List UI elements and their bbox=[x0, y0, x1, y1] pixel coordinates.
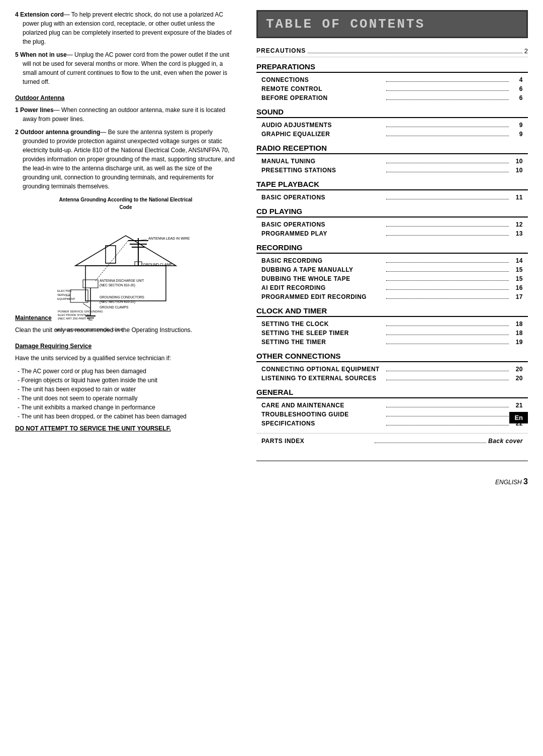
toc-section: CLOCK AND TIMERSETTING THE CLOCK18SETTIN… bbox=[256, 306, 528, 347]
toc-item-dots bbox=[386, 289, 509, 290]
toc-item-page: 9 bbox=[511, 131, 523, 138]
toc-item: BASIC OPERATIONS12 bbox=[256, 220, 528, 229]
outdoor-2-heading: Outdoor antenna grounding bbox=[20, 129, 100, 136]
toc-section: RECORDINGBASIC RECORDING14DUBBING A TAPE… bbox=[256, 243, 528, 301]
toc-item: CONNECTING OPTIONAL EQUIPMENT20 bbox=[256, 365, 528, 374]
page-number: 3 bbox=[523, 477, 528, 486]
toc-item-page: 20 bbox=[511, 375, 523, 382]
toc-item: SPECIFICATIONS22 bbox=[256, 419, 528, 428]
toc-item-label: REMOTE CONTROL bbox=[261, 85, 384, 92]
toc-item-dots bbox=[386, 335, 509, 335]
item-5-number: 5 bbox=[15, 51, 20, 58]
outdoor-1-heading: Power lines bbox=[20, 106, 54, 114]
toc-section-heading: OTHER CONNECTIONS bbox=[256, 352, 528, 362]
toc-item: TROUBLESHOOTING GUIDE21 bbox=[256, 410, 528, 419]
toc-item: PROGRAMMED EDIT RECORDING17 bbox=[256, 292, 528, 301]
toc-item-page: 15 bbox=[511, 275, 523, 282]
toc-item: DUBBING A TAPE MANUALLY15 bbox=[256, 265, 528, 274]
svg-text:POWER SERVICE GROUNDING: POWER SERVICE GROUNDING bbox=[58, 310, 103, 313]
toc-item: PROGRAMMED PLAY13 bbox=[256, 229, 528, 238]
toc-item-dots bbox=[386, 136, 509, 136]
toc-item-label: BASIC RECORDING bbox=[261, 257, 384, 264]
svg-rect-2 bbox=[106, 246, 116, 263]
list-item: The unit exhibits a marked change in per… bbox=[18, 403, 236, 412]
toc-item-label: PROGRAMMED EDIT RECORDING bbox=[261, 293, 384, 300]
toc-item-page: 15 bbox=[511, 266, 523, 273]
toc-item-label: LISTENING TO EXTERNAL SOURCES bbox=[261, 375, 384, 382]
toc-item-page: 12 bbox=[511, 221, 523, 228]
toc-item-dots bbox=[386, 99, 509, 100]
toc-item-dots bbox=[386, 271, 509, 272]
list-item: The unit has been exposed to rain or wat… bbox=[18, 385, 236, 394]
toc-item-label: SETTING THE SLEEP TIMER bbox=[261, 330, 384, 337]
toc-item-page: 21 bbox=[511, 402, 523, 409]
toc-item-dots bbox=[386, 199, 509, 199]
toc-section-heading: GENERAL bbox=[256, 388, 528, 398]
toc-item: GRAPHIC EQUALIZER9 bbox=[256, 130, 528, 139]
toc-item-label: BASIC OPERATIONS bbox=[261, 221, 384, 228]
precautions-label: PRECAUTIONS bbox=[256, 47, 306, 55]
toc-section: RADIO RECEPTIONMANUAL TUNING10PRESETTING… bbox=[256, 144, 528, 175]
toc-item: SETTING THE CLOCK18 bbox=[256, 319, 528, 329]
toc-item-dots bbox=[386, 407, 509, 407]
toc-item: SETTING THE TIMER19 bbox=[256, 338, 528, 347]
toc-section-heading: TAPE PLAYBACK bbox=[256, 180, 528, 190]
list-item: Foreign objects or liquid have gotten in… bbox=[18, 376, 236, 385]
svg-text:ELECTRODE SYSTEM: ELECTRODE SYSTEM bbox=[58, 313, 89, 316]
svg-text:(NEC SECTION 810-21): (NEC SECTION 810-21) bbox=[100, 300, 135, 304]
toc-section: CD PLAYINGBASIC OPERATIONS12PROGRAMMED P… bbox=[256, 207, 528, 238]
toc-item-dots bbox=[386, 172, 509, 172]
svg-text:GROUND CLAMPS: GROUND CLAMPS bbox=[100, 305, 129, 309]
toc-section-heading: RADIO RECEPTION bbox=[256, 144, 528, 154]
toc-item-dots bbox=[386, 163, 509, 163]
toc-section-heading: SOUND bbox=[256, 107, 528, 118]
toc-item-label: GRAPHIC EQUALIZER bbox=[261, 131, 384, 138]
toc-item-page: 19 bbox=[511, 339, 523, 346]
toc-item: REMOTE CONTROL6 bbox=[256, 84, 528, 93]
toc-item-page: 10 bbox=[511, 158, 523, 165]
outdoor-2-number: 2 bbox=[15, 129, 20, 136]
toc-title: TABLE OF CONTENTS bbox=[256, 10, 528, 38]
damage-heading: Damage Requiring Service bbox=[15, 342, 236, 351]
antenna-svg: ANTENNA LEAD IN WIRE GROUND CLAMP ANTENN… bbox=[55, 213, 196, 323]
toc-item-dots bbox=[386, 425, 509, 425]
item-4-heading: Extension cord bbox=[20, 11, 64, 18]
item-5: 5 When not in use— Unplug the AC power c… bbox=[15, 50, 236, 86]
toc-item-label: SETTING THE TIMER bbox=[261, 339, 384, 346]
parts-index-row: PARTS INDEX Back cover bbox=[256, 437, 528, 446]
toc-item-page: 13 bbox=[511, 230, 523, 237]
damage-warning: DO NOT ATTEMPT TO SERVICE THE UNIT YOURS… bbox=[15, 424, 236, 433]
toc-section: GENERALCARE AND MAINTENANCE21TROUBLESHOO… bbox=[256, 388, 528, 428]
toc-section-heading: RECORDING bbox=[256, 243, 528, 254]
outdoor-antenna-heading: Outdoor Antenna bbox=[15, 93, 236, 102]
toc-item-page: 17 bbox=[511, 293, 523, 300]
toc-item-label: CARE AND MAINTENANCE bbox=[261, 402, 384, 409]
toc-section: PREPARATIONSCONNECTIONS4REMOTE CONTROL6B… bbox=[256, 62, 528, 102]
toc-item-dots bbox=[386, 90, 509, 91]
svg-line-26 bbox=[83, 303, 90, 308]
item-5-heading: When not in use bbox=[20, 51, 67, 58]
toc-item-page: 16 bbox=[511, 284, 523, 291]
svg-text:ANTENNA LEAD IN WIRE: ANTENNA LEAD IN WIRE bbox=[148, 237, 190, 240]
toc-item-dots bbox=[386, 262, 509, 263]
toc-item-label: AUDIO ADJUSTMENTS bbox=[261, 122, 384, 129]
svg-text:(NEC ART 250 PART H): (NEC ART 250 PART H) bbox=[58, 317, 90, 320]
toc-item: BASIC OPERATIONS11 bbox=[256, 193, 528, 202]
toc-item-page: 18 bbox=[511, 320, 523, 328]
toc-item: DUBBING THE WHOLE TAPE15 bbox=[256, 274, 528, 283]
toc-item-dots bbox=[386, 371, 509, 371]
diagram-title: Antenna Grounding According to the Natio… bbox=[55, 196, 196, 211]
toc-item-label: DUBBING A TAPE MANUALLY bbox=[261, 266, 384, 273]
damage-intro: Have the units serviced by a qualified s… bbox=[15, 354, 236, 363]
precautions-page: 2 bbox=[524, 47, 528, 55]
toc-item-label: PRESETTING STATIONS bbox=[261, 167, 384, 174]
nec-label: NEC-NATIONAL ELECTRICAL CODE bbox=[55, 327, 196, 333]
toc-item: CONNECTIONS4 bbox=[256, 75, 528, 84]
toc-item-label: SPECIFICATIONS bbox=[261, 420, 384, 427]
en-badge: En bbox=[509, 412, 528, 423]
toc-item-dots bbox=[386, 380, 509, 380]
toc-item-page: 6 bbox=[511, 94, 523, 101]
toc-sections: PREPARATIONSCONNECTIONS4REMOTE CONTROL6B… bbox=[256, 62, 528, 428]
item-4-number: 4 bbox=[15, 11, 20, 18]
toc-precautions-row: PRECAUTIONS 2 bbox=[256, 45, 528, 57]
